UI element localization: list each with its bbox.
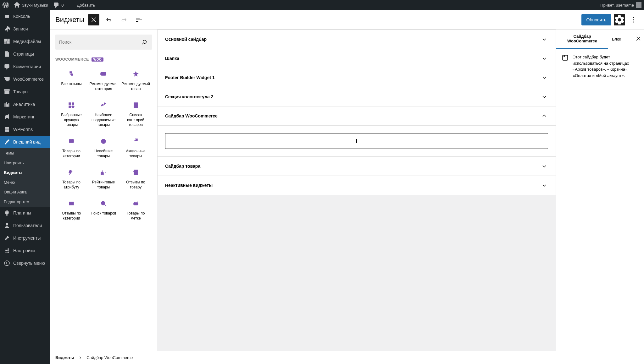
block-icon-0 bbox=[68, 70, 75, 78]
collapse-menu[interactable]: Свернуть меню bbox=[0, 257, 50, 269]
settings-toggle-button[interactable] bbox=[614, 14, 625, 25]
sidebar-item-1[interactable]: Записи bbox=[0, 23, 50, 35]
add-new-link[interactable]: Добавить bbox=[69, 2, 95, 8]
redo-button[interactable] bbox=[118, 14, 130, 25]
sidebar-item-3[interactable]: Страницы bbox=[0, 48, 50, 60]
archive-icon bbox=[4, 89, 10, 95]
block-icon-14 bbox=[132, 200, 140, 207]
block-icon-9 bbox=[68, 169, 75, 176]
block-7[interactable]: Новейшие товары bbox=[87, 133, 119, 164]
sidebar-sub-4[interactable]: Опции Astra bbox=[0, 187, 50, 197]
block-icon-6 bbox=[68, 138, 75, 145]
sidebar-item-13[interactable]: Инструменты bbox=[0, 232, 50, 244]
block-12[interactable]: Отзывы по категории bbox=[55, 195, 87, 226]
sidebar-sub-1[interactable]: Настроить bbox=[0, 158, 50, 168]
chevron-right-icon bbox=[78, 355, 83, 360]
page-title: Виджеты bbox=[55, 16, 84, 24]
block-inserter-panel: WOOCOMMERCE Woo Все отзывыРекомендуемая … bbox=[50, 30, 157, 351]
search-input[interactable] bbox=[59, 38, 141, 46]
block-14[interactable]: Товары по метке bbox=[119, 195, 152, 226]
breadcrumb-root[interactable]: Виджеты bbox=[55, 355, 74, 360]
sidebar-item-7[interactable]: Аналитика bbox=[0, 98, 50, 111]
plugin-icon bbox=[4, 210, 10, 216]
close-icon bbox=[635, 35, 641, 42]
block-1[interactable]: Рекомендуемая категория bbox=[87, 65, 119, 96]
chevron-up-icon bbox=[541, 112, 548, 120]
tab-sidebar-woocommerce[interactable]: Сайдбар WooCommerce bbox=[556, 30, 608, 49]
block-icon-10 bbox=[100, 169, 107, 176]
chevron-down-icon bbox=[541, 55, 548, 62]
chevron-down-icon bbox=[541, 182, 548, 189]
block-11[interactable]: Отзывы по товару bbox=[119, 164, 152, 195]
svg-point-0 bbox=[6, 223, 8, 225]
sidebar-item-11[interactable]: Плагины bbox=[0, 207, 50, 219]
sidebar-item-5[interactable]: WooCommerce bbox=[0, 73, 50, 85]
update-button[interactable]: Обновить bbox=[581, 14, 611, 25]
page-icon bbox=[4, 51, 10, 57]
block-icon-2 bbox=[132, 70, 140, 78]
svg-rect-18 bbox=[69, 202, 74, 205]
svg-rect-9 bbox=[101, 73, 102, 75]
comment-icon bbox=[4, 63, 10, 70]
forms-icon bbox=[4, 126, 10, 133]
widget-area-2[interactable]: Footer Builder Widget 1 bbox=[158, 68, 556, 87]
sidebar-sub-0[interactable]: Темы bbox=[0, 148, 50, 158]
svg-point-7 bbox=[633, 21, 634, 22]
svg-rect-10 bbox=[69, 103, 71, 105]
undo-button[interactable] bbox=[103, 14, 114, 25]
sidebar-item-4[interactable]: Комментарии bbox=[0, 60, 50, 73]
block-5[interactable]: Список категорий товаров bbox=[119, 96, 152, 133]
user-greeting[interactable]: Привет, username bbox=[600, 2, 641, 8]
block-icon-8 bbox=[132, 138, 140, 145]
home-icon bbox=[14, 2, 20, 8]
site-home-link[interactable]: Звуки Музыки bbox=[14, 2, 48, 8]
block-search[interactable] bbox=[55, 35, 152, 50]
widget-area-4[interactable]: Сайдбар WooCommerce bbox=[158, 106, 556, 126]
block-6[interactable]: Товары по категории bbox=[55, 133, 87, 164]
sidebar-item-9[interactable]: WPForms bbox=[0, 123, 50, 136]
sidebar-sub-3[interactable]: Меню bbox=[0, 177, 50, 187]
block-2[interactable]: Рекомендуемый товар bbox=[119, 65, 152, 96]
chevron-down-icon bbox=[541, 93, 548, 101]
wp-logo[interactable] bbox=[3, 2, 9, 8]
block-13[interactable]: Поиск товаров bbox=[87, 195, 119, 226]
woo-badge: Woo bbox=[92, 57, 104, 62]
list-view-button[interactable] bbox=[133, 14, 145, 25]
sidebar-item-14[interactable]: Настройки bbox=[0, 244, 50, 257]
widget-area-0[interactable]: Основной сайдбар bbox=[158, 30, 556, 49]
chevron-down-icon bbox=[541, 35, 548, 43]
block-8[interactable]: Акционные товары bbox=[119, 133, 152, 164]
block-0[interactable]: Все отзывы bbox=[55, 65, 87, 96]
comments-link[interactable]: 0 bbox=[53, 2, 64, 8]
sidebar-item-12[interactable]: Пользователи bbox=[0, 219, 50, 232]
add-block-button[interactable] bbox=[165, 133, 548, 149]
block-10[interactable]: Рейтинговые товары bbox=[87, 164, 119, 195]
sidebar-item-0[interactable]: Консоль bbox=[0, 10, 50, 23]
sidebar-item-10[interactable]: Внешний вид bbox=[0, 136, 50, 148]
widget-area-5[interactable]: Сайдбар товара bbox=[158, 157, 556, 176]
plus-icon bbox=[69, 2, 75, 8]
chevron-down-icon bbox=[541, 74, 548, 81]
block-icon-7 bbox=[100, 138, 107, 145]
tab-block[interactable]: Блок bbox=[608, 32, 625, 46]
widget-area-6[interactable]: Неактивные виджеты bbox=[158, 176, 556, 195]
close-inserter-button[interactable] bbox=[88, 14, 99, 25]
sidebar-item-2[interactable]: Медиафайлы bbox=[0, 35, 50, 48]
block-9[interactable]: Товары по атрибуту bbox=[55, 164, 87, 195]
sidebar-item-6[interactable]: Товары bbox=[0, 85, 50, 98]
close-settings-button[interactable] bbox=[633, 33, 644, 46]
svg-rect-13 bbox=[72, 106, 74, 108]
brush-icon bbox=[4, 139, 10, 145]
block-3[interactable]: Выбранные вручную товары bbox=[55, 96, 87, 133]
sidebar-item-8[interactable]: Маркетинг bbox=[0, 111, 50, 123]
sidebar-sub-2[interactable]: Виджеты bbox=[0, 168, 50, 177]
options-button[interactable] bbox=[628, 14, 639, 25]
svg-rect-15 bbox=[69, 139, 74, 143]
block-icon-1 bbox=[100, 70, 107, 78]
comment-icon bbox=[53, 2, 59, 8]
widget-area-3[interactable]: Секция колонтитула 2 bbox=[158, 87, 556, 106]
block-4[interactable]: Наиболее продаваемые товары bbox=[87, 96, 119, 133]
admin-sidebar: КонсольЗаписиМедиафайлыСтраницыКомментар… bbox=[0, 10, 50, 364]
widget-area-1[interactable]: Шапка bbox=[158, 49, 556, 68]
sidebar-sub-5[interactable]: Редактор тем bbox=[0, 197, 50, 207]
